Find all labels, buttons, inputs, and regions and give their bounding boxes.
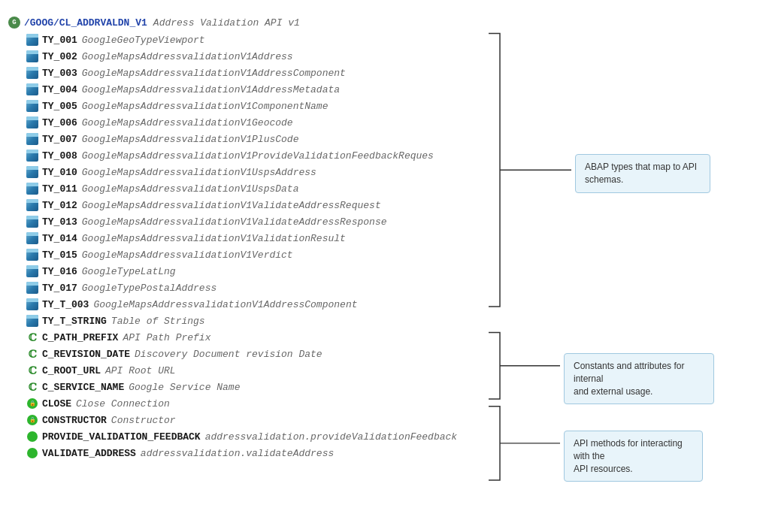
type-name: GoogleMapsAddressvalidationV1Geocode bbox=[82, 117, 293, 128]
type-row[interactable]: TY_017GoogleTypePostalAddress bbox=[8, 280, 474, 296]
constants-annotation-box: Constants and attributes for internaland… bbox=[564, 353, 714, 404]
type-id: TY_001 bbox=[42, 35, 77, 46]
constant-icon: ℂ bbox=[26, 364, 39, 377]
type-id: TY_T_STRING bbox=[42, 316, 107, 327]
type-icon bbox=[26, 215, 39, 228]
type-icon bbox=[26, 182, 39, 195]
root-icon: G bbox=[8, 16, 21, 29]
methods-annotation-box: API methods for interacting with theAPI … bbox=[564, 431, 703, 482]
method-rows: 🔒CLOSE Close Connection🔒CONSTRUCTOR Cons… bbox=[8, 395, 474, 461]
type-icon bbox=[26, 66, 39, 80]
constant-id: C_SERVICE_NAME bbox=[42, 382, 124, 393]
type-name: GoogleMapsAddressvalidationV1AddressMeta… bbox=[82, 84, 340, 95]
constant-name: Google Service Name bbox=[129, 382, 240, 393]
methods-annotation-label: API methods for interacting with theAPI … bbox=[574, 438, 683, 474]
method-icon: 🔒 bbox=[26, 397, 39, 410]
method-id: CLOSE bbox=[42, 398, 71, 410]
type-rows: TY_001GoogleGeoTypeViewportTY_002GoogleM… bbox=[8, 32, 474, 329]
constant-id: C_ROOT_URL bbox=[42, 365, 101, 376]
type-icon bbox=[26, 165, 39, 179]
type-name: GoogleMapsAddressvalidationV1ValidationR… bbox=[82, 233, 346, 244]
method-name: addressvalidation.provideValidationFeedb… bbox=[205, 431, 457, 443]
type-row[interactable]: TY_007GoogleMapsAddressvalidationV1PlusC… bbox=[8, 131, 474, 147]
type-icon bbox=[26, 298, 39, 311]
type-icon bbox=[26, 314, 39, 328]
type-row[interactable]: TY_013GoogleMapsAddressvalidationV1Valid… bbox=[8, 213, 474, 230]
types-annotation-label: ABAP types that map to API schemas. bbox=[585, 162, 697, 185]
type-icon bbox=[26, 198, 39, 212]
type-name: GoogleMapsAddressvalidationV1ProvideVali… bbox=[82, 150, 434, 162]
type-id: TY_011 bbox=[42, 183, 77, 195]
type-row[interactable]: TY_002GoogleMapsAddressvalidationV1Addre… bbox=[8, 48, 474, 65]
type-id: TY_T_003 bbox=[42, 299, 89, 310]
type-row[interactable]: TY_T_STRINGTable of Strings bbox=[8, 313, 474, 329]
type-icon bbox=[26, 33, 39, 47]
method-row[interactable]: 🔒CLOSE Close Connection bbox=[8, 395, 474, 412]
type-id: TY_006 bbox=[42, 117, 77, 128]
constant-name: Discovery Document revision Date bbox=[135, 349, 322, 360]
type-name: GoogleMapsAddressvalidationV1AddressComp… bbox=[82, 68, 346, 79]
type-icon bbox=[26, 99, 39, 113]
constant-icon: ℂ bbox=[26, 380, 39, 394]
type-id: TY_008 bbox=[42, 150, 77, 162]
constant-name: API Root URL bbox=[105, 365, 176, 376]
constant-row[interactable]: ℂC_SERVICE_NAMEGoogle Service Name bbox=[8, 379, 474, 395]
type-row[interactable]: TY_015GoogleMapsAddressvalidationV1Verdi… bbox=[8, 246, 474, 263]
type-name: GoogleMapsAddressvalidationV1ComponentNa… bbox=[82, 101, 329, 112]
constant-row[interactable]: ℂC_ROOT_URLAPI Root URL bbox=[8, 362, 474, 379]
method-icon: 🔒 bbox=[26, 413, 39, 427]
type-name: GoogleGeoTypeViewport bbox=[82, 35, 205, 46]
method-row[interactable]: PROVIDE_VALIDATION_FEEDBACK addressvalid… bbox=[8, 428, 474, 445]
type-name: GoogleMapsAddressvalidationV1ValidateAdd… bbox=[82, 200, 381, 211]
type-name: GoogleMapsAddressvalidationV1PlusCode bbox=[82, 134, 299, 145]
root-path[interactable]: /GOOG/CL_ADDRVALDN_V1 bbox=[24, 17, 147, 29]
method-name: Close Connection bbox=[76, 398, 170, 410]
root-row[interactable]: G /GOOG/CL_ADDRVALDN_V1 Address Validati… bbox=[8, 14, 474, 32]
type-icon bbox=[26, 50, 39, 63]
type-name: GoogleTypePostalAddress bbox=[82, 283, 216, 294]
annotations-section: ABAP types that map to API schemas. Cons… bbox=[481, 8, 763, 524]
constant-row[interactable]: ℂC_PATH_PREFIXAPI Path Prefix bbox=[8, 329, 474, 346]
method-icon bbox=[26, 430, 39, 443]
type-row[interactable]: TY_004GoogleMapsAddressvalidationV1Addre… bbox=[8, 81, 474, 98]
type-icon bbox=[26, 149, 39, 162]
type-row[interactable]: TY_T_003GoogleMapsAddressvalidationV1Add… bbox=[8, 296, 474, 313]
type-row[interactable]: TY_010GoogleMapsAddressvalidationV1UspsA… bbox=[8, 164, 474, 180]
method-id: PROVIDE_VALIDATION_FEEDBACK bbox=[42, 431, 201, 443]
type-row[interactable]: TY_001GoogleGeoTypeViewport bbox=[8, 32, 474, 48]
type-row[interactable]: TY_016GoogleTypeLatLng bbox=[8, 263, 474, 280]
type-name: GoogleTypeLatLng bbox=[82, 266, 176, 277]
type-row[interactable]: TY_005GoogleMapsAddressvalidationV1Compo… bbox=[8, 98, 474, 114]
constants-annotation-label: Constants and attributes for internaland… bbox=[574, 361, 684, 397]
types-annotation-box: ABAP types that map to API schemas. bbox=[575, 154, 710, 193]
type-row[interactable]: TY_006GoogleMapsAddressvalidationV1Geoco… bbox=[8, 114, 474, 131]
method-icon bbox=[26, 446, 39, 460]
type-id: TY_010 bbox=[42, 167, 77, 178]
type-id: TY_004 bbox=[42, 84, 77, 95]
type-row[interactable]: TY_012GoogleMapsAddressvalidationV1Valid… bbox=[8, 197, 474, 213]
constant-id: C_PATH_PREFIX bbox=[42, 332, 118, 343]
type-name: GoogleMapsAddressvalidationV1ValidateAdd… bbox=[82, 216, 387, 228]
type-name: Table of Strings bbox=[111, 316, 205, 327]
type-row[interactable]: TY_003GoogleMapsAddressvalidationV1Addre… bbox=[8, 65, 474, 81]
type-icon bbox=[26, 231, 39, 245]
method-row[interactable]: VALIDATE_ADDRESS addressvalidation.valid… bbox=[8, 445, 474, 461]
main-container: G /GOOG/CL_ADDRVALDN_V1 Address Validati… bbox=[0, 0, 763, 532]
type-id: TY_007 bbox=[42, 134, 77, 145]
method-name: Constructor bbox=[111, 415, 176, 426]
constant-row[interactable]: ℂC_REVISION_DATEDiscovery Document revis… bbox=[8, 346, 474, 362]
type-icon bbox=[26, 132, 39, 146]
type-icon bbox=[26, 264, 39, 278]
type-row[interactable]: TY_011GoogleMapsAddressvalidationV1UspsD… bbox=[8, 180, 474, 197]
root-description: Address Validation API v1 bbox=[153, 17, 300, 29]
type-row[interactable]: TY_008GoogleMapsAddressvalidationV1Provi… bbox=[8, 147, 474, 164]
type-name: GoogleMapsAddressvalidationV1Address bbox=[82, 51, 293, 62]
tree-section: G /GOOG/CL_ADDRVALDN_V1 Address Validati… bbox=[0, 8, 481, 524]
type-id: TY_015 bbox=[42, 249, 77, 261]
type-id: TY_014 bbox=[42, 233, 77, 244]
method-row[interactable]: 🔒CONSTRUCTOR Constructor bbox=[8, 412, 474, 428]
method-name: addressvalidation.validateAddress bbox=[141, 448, 334, 459]
type-row[interactable]: TY_014GoogleMapsAddressvalidationV1Valid… bbox=[8, 230, 474, 246]
constant-id: C_REVISION_DATE bbox=[42, 349, 130, 360]
type-icon bbox=[26, 281, 39, 295]
